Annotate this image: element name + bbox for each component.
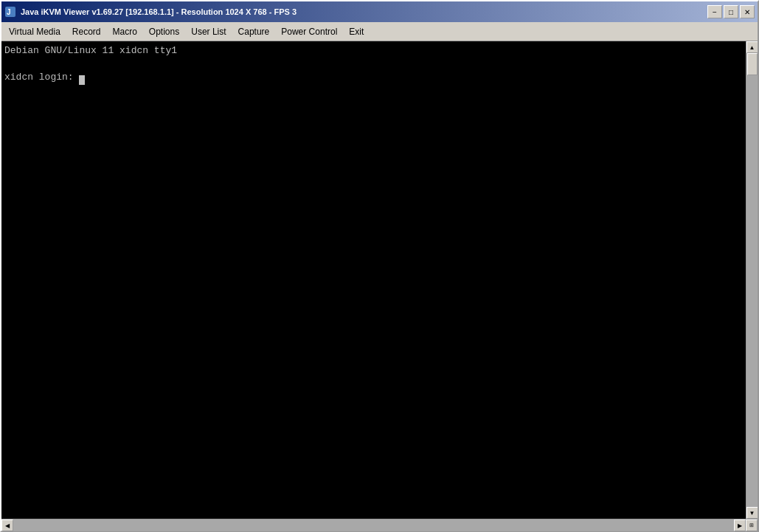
terminal-cursor [79,75,85,85]
terminal-display[interactable]: Debian GNU/Linux 11 xidcn tty1 xidcn log… [1,41,746,519]
menu-bar: Virtual Media Record Macro Options User … [1,22,758,41]
scroll-grip: ⊞ [746,519,758,531]
scroll-up-button[interactable]: ▲ [746,41,758,53]
menu-exit[interactable]: Exit [343,24,370,39]
terminal-line1: Debian GNU/Linux 11 xidcn tty1 [4,45,177,56]
scroll-right-button[interactable]: ▶ [734,519,746,531]
scroll-track-horizontal[interactable] [13,519,734,531]
app-icon: J [4,6,16,18]
terminal-line2 [4,58,10,69]
menu-options[interactable]: Options [143,24,185,39]
main-window: J Java iKVM Viewer v1.69.27 [192.168.1.1… [0,0,759,532]
content-area: Debian GNU/Linux 11 xidcn tty1 xidcn log… [1,41,758,519]
title-bar-left: J Java iKVM Viewer v1.69.27 [192.168.1.1… [4,6,297,18]
title-bar: J Java iKVM Viewer v1.69.27 [192.168.1.1… [1,1,758,22]
menu-macro[interactable]: Macro [107,24,143,39]
terminal-line3: xidcn login: [4,72,79,83]
window-controls: − □ ✕ [707,5,755,18]
menu-virtual-media[interactable]: Virtual Media [3,24,66,39]
scroll-track-vertical[interactable] [746,53,758,507]
restore-button[interactable]: □ [724,5,738,18]
horizontal-scrollbar[interactable]: ◀ ▶ ⊞ [1,519,758,531]
close-button[interactable]: ✕ [740,5,755,18]
menu-power-control[interactable]: Power Control [275,24,343,39]
scroll-thumb-vertical[interactable] [747,53,758,75]
menu-record[interactable]: Record [66,24,107,39]
menu-user-list[interactable]: User List [185,24,232,39]
menu-capture[interactable]: Capture [232,24,276,39]
scroll-down-button[interactable]: ▼ [746,507,758,519]
svg-text:J: J [7,8,11,16]
minimize-button[interactable]: − [707,5,722,18]
vertical-scrollbar[interactable]: ▲ ▼ [746,41,758,519]
window-title: Java iKVM Viewer v1.69.27 [192.168.1.1] … [21,7,297,16]
scroll-left-button[interactable]: ◀ [1,519,13,531]
